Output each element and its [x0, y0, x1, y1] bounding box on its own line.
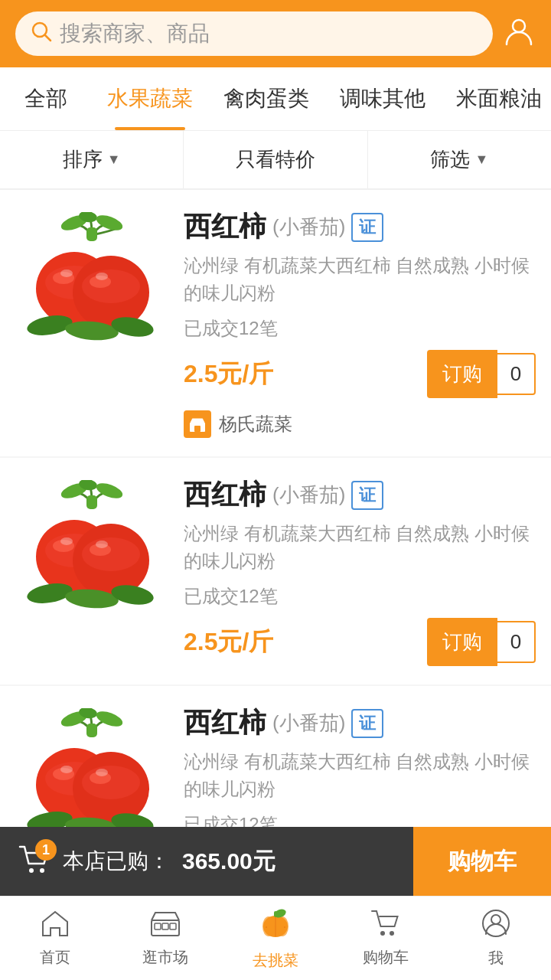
- buy-button-2[interactable]: 订购: [427, 618, 497, 666]
- veggie-icon: [259, 906, 292, 947]
- cart-amount: 365.00元: [182, 846, 276, 877]
- tab-all[interactable]: 全部: [0, 67, 92, 130]
- svg-point-43: [82, 766, 140, 799]
- nav-pick-veggies[interactable]: 去挑菜: [220, 897, 331, 980]
- header: 搜索商家、商品: [0, 0, 551, 67]
- svg-point-30: [96, 541, 108, 548]
- filter-bar: 排序 ▼ 只看特价 筛选 ▼: [0, 131, 551, 190]
- product-image-2: [15, 476, 168, 614]
- screen-arrow-icon: ▼: [474, 152, 488, 168]
- nav-profile-label: 我: [488, 948, 504, 969]
- svg-point-41: [60, 766, 73, 773]
- sort-label: 排序: [63, 146, 103, 173]
- store-row-1: 杨氏蔬菜: [184, 410, 536, 438]
- svg-point-58: [276, 916, 289, 936]
- category-tabs: 全部 水果蔬菜 禽肉蛋类 调味其他 米面粮油: [0, 67, 551, 131]
- svg-point-26: [60, 537, 73, 545]
- cart-info: 1 本店已购： 365.00元: [0, 827, 413, 896]
- svg-point-50: [29, 868, 34, 873]
- sort-arrow-icon: ▼: [107, 152, 121, 168]
- tab-meat-eggs[interactable]: 禽肉蛋类: [208, 67, 324, 130]
- cart-text: 本店已购：: [63, 847, 170, 876]
- profile-icon: [481, 909, 510, 945]
- product-title-3: 西红柿(小番茄) 证: [184, 704, 536, 742]
- product-desc-1: 沁州绿 有机蔬菜大西红柿 自然成熟 小时候的味儿闪粉: [184, 252, 536, 307]
- svg-point-57: [262, 916, 275, 936]
- product-name-2: 西红柿: [184, 476, 266, 514]
- product-name-1: 西红柿: [184, 208, 266, 246]
- cart-bar: 1 本店已购： 365.00元 购物车: [0, 827, 551, 896]
- market-icon: [150, 910, 181, 944]
- buy-btn-group-1: 订购 0: [427, 350, 536, 398]
- screen-label: 筛选: [430, 146, 470, 173]
- svg-point-2: [513, 20, 525, 32]
- cert-badge-3: 证: [351, 709, 383, 738]
- svg-point-22: [94, 480, 124, 501]
- product-info-1: 西红柿(小番茄) 证 沁州绿 有机蔬菜大西红柿 自然成熟 小时候的味儿闪粉 已成…: [184, 208, 536, 438]
- bottom-nav: 首页 逛市场: [0, 896, 551, 980]
- svg-rect-34: [86, 495, 97, 509]
- store-name-1: 杨氏蔬菜: [219, 412, 292, 436]
- store-icon-1: [184, 410, 211, 438]
- cart-icon-wrap: 1: [18, 845, 51, 877]
- svg-rect-17: [86, 227, 97, 241]
- svg-point-66: [390, 931, 394, 936]
- buy-qty-2: 0: [497, 621, 536, 663]
- product-sub-3: (小番茄): [272, 710, 345, 737]
- product-price-row-2: 2.5元/斤 订购 0: [184, 618, 536, 666]
- search-icon: [31, 21, 52, 47]
- product-name-3: 西红柿: [184, 704, 266, 742]
- buy-button-1[interactable]: 订购: [427, 350, 497, 398]
- product-item-2: 西红柿(小番茄) 证 沁州绿 有机蔬菜大西红柿 自然成熟 小时候的味儿闪粉 已成…: [0, 458, 551, 684]
- special-price-label: 只看特价: [236, 146, 315, 173]
- product-sales-2: 已成交12笔: [184, 584, 536, 609]
- cert-badge-1: 证: [351, 213, 383, 242]
- cert-badge-2: 证: [351, 481, 383, 510]
- nav-market[interactable]: 逛市场: [110, 897, 220, 980]
- cart-badge: 1: [35, 839, 57, 861]
- buy-qty-1: 0: [497, 353, 536, 395]
- product-sub-1: (小番茄): [272, 214, 345, 240]
- svg-line-1: [45, 35, 51, 41]
- tab-fruits-veggies[interactable]: 水果蔬菜: [92, 67, 208, 130]
- svg-point-68: [491, 915, 500, 924]
- svg-rect-55: [170, 923, 176, 929]
- product-image-3: [15, 704, 168, 842]
- nav-cart[interactable]: 购物车: [331, 897, 441, 980]
- search-bar[interactable]: 搜索商家、商品: [15, 11, 493, 56]
- search-placeholder: 搜索商家、商品: [60, 19, 210, 48]
- tab-seasoning[interactable]: 调味其他: [324, 67, 441, 130]
- svg-point-37: [94, 708, 124, 729]
- svg-rect-49: [86, 724, 97, 737]
- home-icon: [41, 910, 70, 944]
- cart-nav-icon: [370, 910, 401, 944]
- product-price-2: 2.5元/斤: [184, 626, 273, 659]
- screen-filter[interactable]: 筛选 ▼: [368, 131, 551, 188]
- tab-grains[interactable]: 米面粮油: [441, 67, 551, 130]
- svg-point-65: [380, 931, 385, 936]
- product-title-1: 西红柿(小番茄) 证: [184, 208, 536, 246]
- nav-cart-label: 购物车: [363, 947, 409, 968]
- nav-profile[interactable]: 我: [441, 897, 551, 980]
- nav-veggie-label: 去挑菜: [253, 950, 298, 971]
- nav-market-label: 逛市场: [142, 947, 188, 968]
- product-info-2: 西红柿(小番茄) 证 沁州绿 有机蔬菜大西红柿 自然成熟 小时候的味儿闪粉 已成…: [184, 476, 536, 666]
- svg-point-13: [96, 273, 108, 280]
- product-desc-3: 沁州绿 有机蔬菜大西红柿 自然成熟 小时候的味儿闪粉: [184, 748, 536, 803]
- product-price-row-1: 2.5元/斤 订购 0: [184, 350, 536, 398]
- sort-filter[interactable]: 排序 ▼: [0, 131, 184, 188]
- cart-button[interactable]: 购物车: [413, 827, 551, 896]
- user-icon[interactable]: [502, 14, 536, 54]
- svg-rect-53: [155, 923, 161, 929]
- special-price-filter[interactable]: 只看特价: [184, 131, 367, 188]
- svg-point-11: [82, 270, 140, 303]
- product-image-1: [15, 208, 168, 346]
- product-sub-2: (小番茄): [272, 482, 345, 508]
- product-desc-2: 沁州绿 有机蔬菜大西红柿 自然成熟 小时候的味儿闪粉: [184, 520, 536, 575]
- nav-home[interactable]: 首页: [0, 897, 110, 980]
- svg-point-51: [40, 868, 44, 873]
- product-price-1: 2.5元/斤: [184, 358, 273, 391]
- product-sales-1: 已成交12笔: [184, 316, 536, 341]
- buy-btn-group-2: 订购 0: [427, 618, 536, 666]
- svg-point-9: [60, 270, 73, 277]
